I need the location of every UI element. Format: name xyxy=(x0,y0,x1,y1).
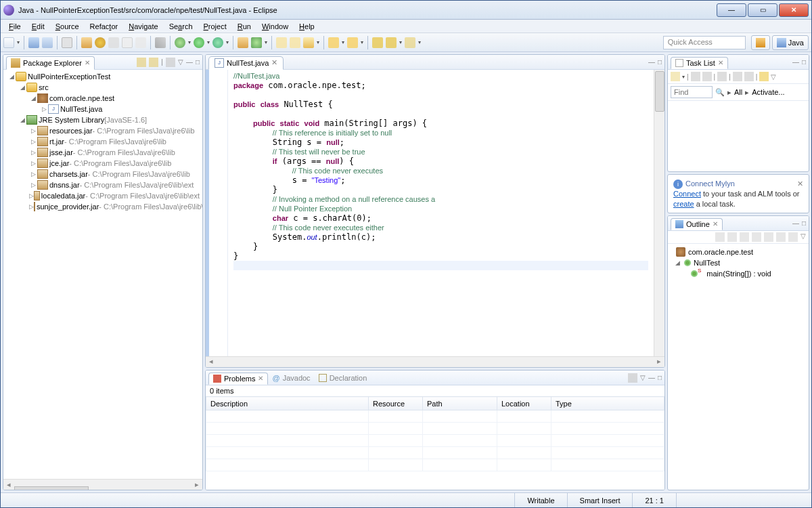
focus-workweek-icon[interactable] xyxy=(717,72,727,81)
menu-project[interactable]: Project xyxy=(198,21,232,32)
close-outline-icon[interactable]: ✕ xyxy=(713,220,718,228)
editor-code[interactable]: //NullTest.java package com.oracle.npe.t… xyxy=(228,70,654,356)
tree-jar[interactable]: ▷rt.jar - C:\Program Files\Java\jre6\lib xyxy=(6,136,200,147)
menu-file[interactable]: File xyxy=(3,21,26,32)
tree-jar[interactable]: ▷sunjce_provider.jar - C:\Program Files\… xyxy=(6,201,200,212)
menu-search[interactable]: Search xyxy=(164,21,198,32)
close-button[interactable]: ✕ xyxy=(779,3,809,17)
new-java-project-icon[interactable] xyxy=(238,37,248,48)
tree-horizontal-scrollbar[interactable]: ◂▸ xyxy=(3,479,202,490)
search-glass-icon[interactable]: 🔍 xyxy=(715,88,725,97)
tree-jar[interactable]: ▷localedata.jar - C:\Program Files\Java\… xyxy=(6,190,200,201)
tree-file[interactable]: NullTest.java xyxy=(60,105,102,113)
hide-fields-icon[interactable] xyxy=(752,232,761,242)
open-perspective-button[interactable] xyxy=(751,35,770,50)
collapse-icon[interactable] xyxy=(744,72,754,81)
menu-help[interactable]: Help xyxy=(294,21,320,32)
package-explorer-tab[interactable]: Package Explorer ✕ xyxy=(6,56,95,70)
tree-jar[interactable]: ▷charsets.jar - C:\Program Files\Java\jr… xyxy=(6,169,200,179)
tree-project[interactable]: NullPointerExceptionTest xyxy=(28,72,110,81)
mylyn-create-link[interactable]: create xyxy=(673,200,694,208)
outline-pkg[interactable]: com.oracle.npe.test xyxy=(688,248,753,256)
save-icon[interactable] xyxy=(28,37,39,48)
java-perspective-button[interactable]: Java xyxy=(772,35,809,50)
open-task-icon[interactable] xyxy=(290,37,300,48)
maximize-tasklist-icon[interactable]: □ xyxy=(802,58,806,66)
az-sort-icon[interactable] xyxy=(740,232,749,242)
editor-tab[interactable]: J NullTest.java ✕ xyxy=(208,56,284,70)
build-icon[interactable] xyxy=(81,37,92,48)
outline-tree[interactable]: com.oracle.npe.test ◢NullTest Smain(Stri… xyxy=(668,244,809,282)
outline-tab[interactable]: Outline ✕ xyxy=(671,218,723,230)
col-type[interactable]: Type xyxy=(551,397,664,410)
javadoc-tab[interactable]: @ Javadoc xyxy=(268,373,314,383)
new-package-icon[interactable] xyxy=(108,37,119,48)
last-edit-icon[interactable] xyxy=(372,37,383,48)
wand-icon[interactable] xyxy=(155,37,166,48)
tree-jre[interactable]: JRE System Library xyxy=(39,116,104,124)
col-location[interactable]: Location xyxy=(497,397,551,410)
outline-method[interactable]: main(String[]) : void xyxy=(706,270,771,278)
new-class-icon[interactable] xyxy=(122,37,133,48)
minimize-button[interactable]: — xyxy=(717,3,746,17)
close-mylyn-icon[interactable]: ✕ xyxy=(797,179,803,189)
minimize-outline-icon[interactable]: — xyxy=(792,219,799,227)
menu-edit[interactable]: Edit xyxy=(26,21,50,32)
menu-run[interactable]: Run xyxy=(232,21,256,32)
new-task-icon[interactable] xyxy=(671,72,680,81)
hide-nonpublic-icon[interactable] xyxy=(776,232,786,242)
minimize-editor-icon[interactable]: — xyxy=(648,58,655,66)
forward-icon[interactable] xyxy=(405,37,415,48)
maximize-button[interactable]: ▭ xyxy=(748,3,777,17)
focus-outline-icon[interactable] xyxy=(715,232,725,242)
task-activate-label[interactable]: Activate... xyxy=(752,88,784,96)
close-problems-icon[interactable]: ✕ xyxy=(258,375,263,382)
editor-gutter[interactable] xyxy=(209,70,228,356)
maximize-editor-icon[interactable]: □ xyxy=(658,58,662,66)
col-resource[interactable]: Resource xyxy=(369,397,423,410)
open-type-icon[interactable] xyxy=(276,37,287,48)
tasklist-tab[interactable]: Task List ✕ xyxy=(671,57,728,69)
problems-focus-icon[interactable] xyxy=(628,373,637,383)
problems-table[interactable]: Description Resource Path Location Type xyxy=(206,396,664,471)
menu-navigate[interactable]: Navigate xyxy=(123,21,163,32)
search-icon[interactable] xyxy=(303,37,314,48)
save-all-icon[interactable] xyxy=(42,37,53,48)
view-menu-icon[interactable]: ▽ xyxy=(178,58,183,66)
problems-tab[interactable]: Problems ✕ xyxy=(208,373,268,385)
problems-view-menu-icon[interactable]: ▽ xyxy=(640,374,646,381)
hide-local-icon[interactable] xyxy=(788,232,798,242)
quick-access-input[interactable]: Quick Access xyxy=(663,36,746,49)
tree-package[interactable]: com.oracle.npe.test xyxy=(49,94,114,102)
task-find-input[interactable] xyxy=(671,86,713,98)
col-path[interactable]: Path xyxy=(423,397,497,410)
editor-body[interactable]: //NullTest.java package com.oracle.npe.t… xyxy=(206,70,664,356)
new-java-package-icon[interactable] xyxy=(251,37,262,48)
debug-icon[interactable] xyxy=(175,37,185,48)
back-icon[interactable] xyxy=(386,37,397,48)
sort-icon[interactable] xyxy=(727,232,737,242)
maximize-outline-icon[interactable]: □ xyxy=(802,219,806,227)
declaration-tab[interactable]: Declaration xyxy=(315,373,371,383)
maximize-problems-icon[interactable]: □ xyxy=(658,374,662,381)
tree-jar[interactable]: ▷resources.jar - C:\Program Files\Java\j… xyxy=(6,125,200,136)
tree-src[interactable]: src xyxy=(39,83,49,91)
tree-jar[interactable]: ▷jsse.jar - C:\Program Files\Java\jre6\l… xyxy=(6,147,200,158)
tasklist-view-menu-icon[interactable]: ▽ xyxy=(771,73,776,81)
link-editor-icon[interactable] xyxy=(149,58,158,67)
editor-vertical-scrollbar[interactable] xyxy=(654,70,664,356)
next-annotation-icon[interactable] xyxy=(328,37,339,48)
close-view-icon[interactable]: ✕ xyxy=(85,59,90,66)
categorized-icon[interactable] xyxy=(691,72,700,81)
hide-static-icon[interactable] xyxy=(764,232,773,242)
print-icon[interactable] xyxy=(62,37,72,48)
package-explorer-tree[interactable]: ◢NullPointerExceptionTest ◢src ◢com.orac… xyxy=(3,70,202,479)
menu-source[interactable]: Source xyxy=(50,21,85,32)
tree-jar[interactable]: ▷jce.jar - C:\Program Files\Java\jre6\li… xyxy=(6,158,200,169)
skip-breakpoints-icon[interactable] xyxy=(95,37,106,48)
maximize-view-icon[interactable]: □ xyxy=(196,58,200,66)
editor-horizontal-scrollbar[interactable]: ◂▸ xyxy=(206,356,664,367)
outline-view-menu-icon[interactable]: ▽ xyxy=(800,232,806,242)
tree-jar[interactable]: ▷dnsns.jar - C:\Program Files\Java\jre6\… xyxy=(6,179,200,190)
new-icon[interactable] xyxy=(3,37,14,48)
